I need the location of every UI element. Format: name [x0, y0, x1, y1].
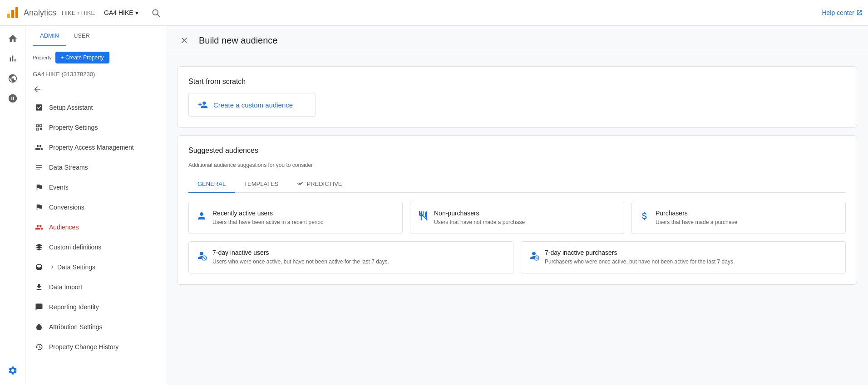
sidebar-label-conversions: Conversions [49, 204, 84, 211]
sidebar-item-events[interactable]: Events [25, 177, 166, 197]
sidebar-item-attribution-settings[interactable]: Attribution Settings [25, 317, 166, 337]
sidebar-label-property-settings: Property Settings [49, 124, 98, 131]
audience-card-recently-active[interactable]: Recently active users Users that have be… [188, 202, 403, 234]
sidebar-label-audiences: Audiences [49, 224, 79, 231]
sidebar-item-property-access[interactable]: Property Access Management [25, 137, 166, 157]
search-icon [151, 8, 160, 17]
audience-grid-row2: 7-day inactive users Users who were once… [188, 241, 846, 273]
home-icon [8, 34, 18, 44]
property-access-icon [35, 143, 44, 152]
suggested-subtitle: Additional audience suggestions for you … [188, 162, 846, 168]
topbar: Analytics HIKE › HIKE GA4 HIKE ▾ Help ce… [0, 0, 868, 26]
breadcrumb-separator: › [77, 10, 79, 16]
advertising-icon [8, 93, 18, 103]
sidebar-item-reporting-identity[interactable]: Reporting Identity [25, 297, 166, 317]
purchasers-desc: Users that have made a purchase [656, 219, 737, 226]
create-property-button[interactable]: + Create Property [55, 52, 109, 63]
audience-card-purchasers[interactable]: Purchasers Users that have made a purcha… [631, 202, 846, 234]
setup-assistant-icon [35, 103, 44, 112]
recently-active-content: Recently active users Users that have be… [212, 210, 324, 226]
data-settings-expand-icon [49, 264, 55, 270]
sidebar-nav: Setup Assistant Property Settings Proper… [25, 97, 166, 385]
7day-inactive-content: 7-day inactive users Users who were once… [212, 249, 389, 266]
sidebar-item-custom-definitions[interactable]: Custom definitions [25, 237, 166, 257]
build-audience-panel: Build new audience Start from scratch Cr… [166, 26, 868, 385]
sidebar-item-property-settings[interactable]: Property Settings [25, 117, 166, 137]
admin-tabs: ADMIN USER [25, 26, 166, 46]
recently-active-icon [196, 210, 207, 226]
audiences-icon [35, 223, 44, 232]
property-name: GA4 HIKE [104, 9, 133, 16]
sidebar-icon-advertising[interactable] [4, 89, 22, 107]
non-purchasers-icon [418, 210, 429, 226]
sidebar-label-data-import: Data Import [49, 283, 82, 291]
back-icon [33, 85, 42, 94]
sidebar-label-data-streams: Data Streams [49, 164, 88, 171]
events-icon [35, 183, 44, 192]
svg-line-4 [157, 15, 159, 17]
7day-inactive-purchasers-title: 7-day inactive purchasers [545, 249, 735, 256]
audience-grid-row1: Recently active users Users that have be… [188, 202, 846, 234]
panel-header: Build new audience [166, 26, 868, 55]
sidebar-icon-explore[interactable] [4, 69, 22, 88]
sidebar-item-setup-assistant[interactable]: Setup Assistant [25, 97, 166, 117]
7day-inactive-purchasers-icon [528, 250, 539, 266]
svg-rect-1 [11, 10, 14, 18]
tab-predictive-label: PREDICTIVE [306, 180, 342, 187]
audience-card-7day-inactive-purchasers[interactable]: 7-day inactive purchasers Purchasers who… [521, 241, 846, 273]
admin-sidebar: ADMIN USER Property + Create Property GA… [25, 26, 166, 385]
scratch-card: Start from scratch Create a custom audie… [177, 66, 857, 128]
7day-inactive-icon [196, 250, 207, 266]
sidebar-item-conversions[interactable]: Conversions [25, 197, 166, 217]
sidebar-label-attribution-settings: Attribution Settings [49, 323, 103, 331]
sidebar-icon-settings[interactable] [4, 361, 22, 380]
sidebar-icon-home[interactable] [4, 29, 22, 48]
property-settings-icon [35, 123, 44, 132]
sidebar-item-data-import[interactable]: Data Import [25, 277, 166, 297]
panel-title: Build new audience [199, 35, 277, 46]
data-settings-icon [35, 263, 44, 272]
main-layout: ADMIN USER Property + Create Property GA… [0, 26, 868, 385]
svg-rect-2 [15, 7, 18, 18]
sidebar-label-custom-definitions: Custom definitions [49, 244, 101, 251]
7day-inactive-purchasers-desc: Purchasers who were once active, but hav… [545, 258, 735, 266]
back-arrow-button[interactable] [25, 81, 166, 97]
custom-audience-btn-label: Create a custom audience [213, 101, 293, 109]
sidebar-label-setup-assistant: Setup Assistant [49, 104, 93, 111]
property-header: Property + Create Property [25, 46, 166, 69]
svg-rect-0 [7, 14, 10, 18]
recently-active-desc: Users that have been active in a recent … [212, 219, 324, 226]
topbar-right: Help center [822, 9, 863, 16]
property-change-history-icon [35, 342, 44, 351]
person-add-icon [198, 100, 208, 110]
data-streams-icon [35, 163, 44, 172]
panel-body: Start from scratch Create a custom audie… [166, 55, 868, 385]
audience-card-non-purchasers[interactable]: Non-purchasers Users that have not made … [410, 202, 624, 234]
search-button[interactable] [148, 5, 164, 21]
tab-admin[interactable]: ADMIN [33, 26, 66, 46]
audience-card-7day-inactive[interactable]: 7-day inactive users Users who were once… [188, 241, 513, 273]
sidebar-item-audiences[interactable]: Audiences [25, 217, 166, 237]
help-center-text: Help center [822, 9, 854, 16]
sidebar-item-data-streams[interactable]: Data Streams [25, 157, 166, 177]
purchasers-content: Purchasers Users that have made a purcha… [656, 210, 737, 226]
tab-general[interactable]: GENERAL [188, 175, 235, 193]
suggested-title: Suggested audiences [188, 146, 846, 155]
tab-user[interactable]: USER [66, 26, 97, 46]
app-name: Analytics [24, 8, 56, 18]
sidebar-label-property-access: Property Access Management [49, 144, 134, 151]
7day-inactive-purchasers-content: 7-day inactive purchasers Purchasers who… [545, 249, 735, 266]
sidebar-item-property-change-history[interactable]: Property Change History [25, 337, 166, 357]
help-center-link[interactable]: Help center [822, 9, 863, 16]
conversions-icon [35, 203, 44, 212]
create-custom-audience-button[interactable]: Create a custom audience [188, 93, 316, 117]
tab-templates[interactable]: TEMPLATES [235, 175, 287, 193]
recently-active-title: Recently active users [212, 210, 324, 217]
property-selector[interactable]: GA4 HIKE ▾ [100, 7, 142, 18]
sidebar-icon-reports[interactable] [4, 49, 22, 68]
chevron-down-icon: ▾ [135, 9, 138, 16]
panel-close-button[interactable] [177, 33, 192, 48]
close-icon [180, 36, 189, 45]
sidebar-item-data-settings[interactable]: Data Settings [25, 257, 166, 277]
tab-predictive[interactable]: PREDICTIVE [287, 175, 351, 193]
